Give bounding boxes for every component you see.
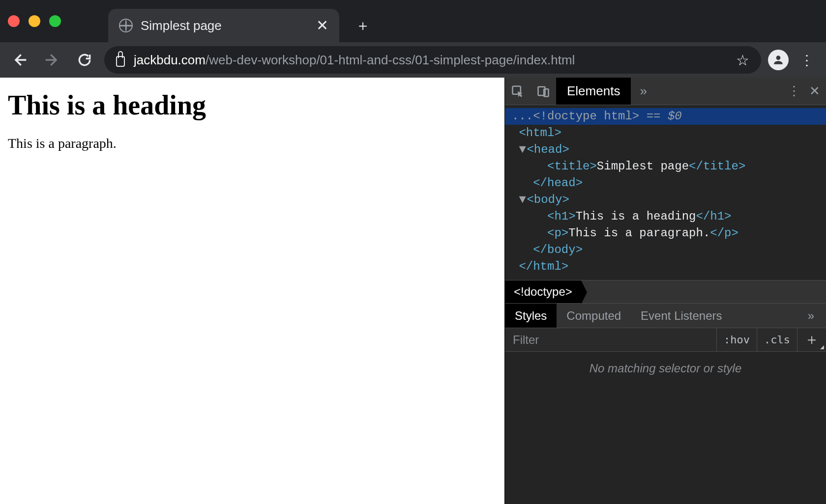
- devtools-tabstrip: Elements » ⋮ ✕: [505, 78, 826, 105]
- dom-node-html-open[interactable]: <html>: [505, 125, 826, 141]
- dom-node-html-close[interactable]: </html>: [505, 258, 826, 275]
- dom-node-head-close[interactable]: </head>: [505, 175, 826, 192]
- dom-node-head-open[interactable]: ▼<head>: [505, 141, 826, 158]
- cls-toggle[interactable]: .cls: [757, 328, 797, 351]
- arrow-left-icon: [12, 52, 28, 68]
- styles-tabs-overflow[interactable]: »: [800, 304, 822, 328]
- browser-toolbar: jackbdu.com/web-dev-workshop/01-html-and…: [0, 42, 826, 78]
- hov-toggle[interactable]: :hov: [716, 328, 757, 351]
- devices-icon: [536, 84, 550, 98]
- devtools-tabs-overflow[interactable]: »: [631, 78, 655, 105]
- window-titlebar: Simplest page ✕ ＋: [0, 0, 826, 42]
- dom-node-title[interactable]: <title>Simplest page</title>: [505, 158, 826, 175]
- browser-tab[interactable]: Simplest page ✕: [108, 9, 339, 42]
- url-host: jackbdu.com: [134, 53, 206, 67]
- dom-node-doctype[interactable]: ...<!doctype html> == $0: [505, 108, 826, 125]
- tab-computed[interactable]: Computed: [557, 304, 631, 328]
- dom-node-body-close[interactable]: </body>: [505, 242, 826, 258]
- tab-title: Simplest page: [141, 18, 308, 33]
- globe-icon: [119, 19, 133, 32]
- dom-node-h1[interactable]: <h1>This is a heading</h1>: [505, 208, 826, 225]
- inspect-icon: [511, 84, 525, 98]
- reload-button[interactable]: [72, 47, 97, 73]
- dom-node-p[interactable]: <p>This is a paragraph.</p>: [505, 225, 826, 242]
- device-toolbar-button[interactable]: [531, 78, 556, 105]
- styles-tabstrip: Styles Computed Event Listeners »: [505, 304, 826, 328]
- devtools-close-button[interactable]: ✕: [809, 84, 820, 99]
- profile-button[interactable]: [768, 50, 789, 70]
- back-button[interactable]: [7, 47, 32, 73]
- inspect-element-button[interactable]: [505, 78, 531, 105]
- forward-button[interactable]: [39, 47, 65, 73]
- new-style-rule-button[interactable]: ＋: [797, 328, 826, 351]
- dom-tree[interactable]: ...<!doctype html> == $0 <html> ▼<head> …: [505, 105, 826, 280]
- new-tab-button[interactable]: ＋: [351, 14, 375, 37]
- content-area: This is a heading This is a paragraph. E…: [0, 78, 826, 504]
- person-icon: [772, 54, 785, 66]
- reload-icon: [77, 52, 92, 68]
- tab-styles[interactable]: Styles: [505, 304, 557, 328]
- window-close-button[interactable]: [8, 15, 20, 27]
- url-path: /web-dev-workshop/01-html-and-css/01-sim…: [206, 53, 575, 67]
- arrow-right-icon: [44, 52, 60, 68]
- browser-menu-button[interactable]: ⋮: [794, 47, 819, 73]
- dom-breadcrumb: <!doctype>: [505, 280, 826, 304]
- tab-elements[interactable]: Elements: [556, 78, 631, 105]
- lock-icon: [116, 56, 125, 67]
- devtools-panel: Elements » ⋮ ✕ ...<!doctype html> == $0 …: [504, 78, 826, 504]
- bookmark-star-icon[interactable]: ☆: [736, 52, 749, 69]
- dom-node-body-open[interactable]: ▼<body>: [505, 192, 826, 208]
- page-heading: This is a heading: [8, 89, 497, 121]
- page-viewport: This is a heading This is a paragraph.: [0, 78, 504, 504]
- styles-filter-input[interactable]: [505, 328, 716, 351]
- window-minimize-button[interactable]: [29, 15, 40, 27]
- page-paragraph: This is a paragraph.: [8, 136, 497, 151]
- kebab-menu-icon: ⋮: [800, 52, 813, 68]
- tab-close-icon[interactable]: ✕: [316, 18, 328, 33]
- devtools-settings-button[interactable]: ⋮: [788, 84, 800, 99]
- styles-body: No matching selector or style: [505, 352, 826, 504]
- address-bar[interactable]: jackbdu.com/web-dev-workshop/01-html-and…: [104, 46, 761, 74]
- url-display: jackbdu.com/web-dev-workshop/01-html-and…: [134, 53, 575, 68]
- styles-filter-row: :hov .cls ＋: [505, 328, 826, 352]
- breadcrumb-doctype[interactable]: <!doctype>: [505, 280, 581, 303]
- styles-empty-message: No matching selector or style: [590, 362, 741, 375]
- toolbar-right: ⋮: [768, 47, 819, 73]
- devtools-top-right: ⋮ ✕: [788, 78, 826, 105]
- window-maximize-button[interactable]: [49, 15, 61, 27]
- window-controls: [8, 15, 61, 27]
- tab-event-listeners[interactable]: Event Listeners: [631, 304, 732, 328]
